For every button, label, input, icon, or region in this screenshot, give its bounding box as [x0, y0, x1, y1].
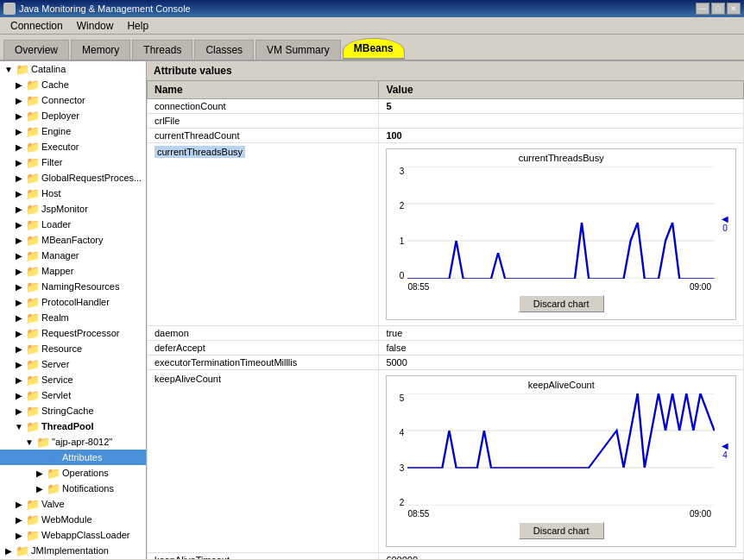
tree-threadpool[interactable]: ▼ 📁 ThreadPool: [0, 418, 146, 434]
tree-deployer[interactable]: ▶ 📁 Deployer: [0, 108, 146, 123]
item-icon: ⬡: [47, 450, 60, 464]
attr-name-chart2: keepAliveCount: [148, 370, 379, 553]
main-content: ▼ 📁 Catalina ▶ 📁 Cache ▶ 📁 Connector ▶ 📁…: [0, 61, 744, 559]
attr-name: executorTerminationTimeoutMilllis: [148, 356, 379, 370]
folder-icon: 📁: [26, 419, 40, 433]
folder-icon: 📁: [26, 373, 40, 387]
tree-globalrequest[interactable]: ▶ 📁 GlobalRequestProces...: [0, 170, 146, 186]
tree-panel[interactable]: ▼ 📁 Catalina ▶ 📁 Cache ▶ 📁 Connector ▶ 📁…: [0, 61, 147, 559]
table-row: crlFile: [148, 114, 744, 129]
window-controls: — □ ✕: [696, 3, 741, 15]
discard-chart1-button[interactable]: Discard chart: [519, 295, 604, 312]
attr-value: 100: [379, 129, 744, 143]
tab-vm-summary[interactable]: VM Summary: [255, 40, 341, 60]
menu-bar: Connection Window Help: [0, 17, 744, 35]
tree-jmimplementation[interactable]: ▶ 📁 JMImplementation: [0, 543, 146, 558]
table-row-chart1: currentThreadsBusy currentThreadsBusy 32…: [148, 143, 744, 326]
attr-name: connectionCount: [148, 99, 379, 114]
tree-operations[interactable]: ▶ 📁 Operations: [0, 465, 146, 481]
tree-resource[interactable]: ▶ 📁 Resource: [0, 341, 146, 356]
tree-stringcache[interactable]: ▶ 📁 StringCache: [0, 403, 146, 418]
attr-value: 600000: [379, 553, 744, 560]
attr-value: [379, 114, 744, 129]
tree-mbeanfactory[interactable]: ▶ 📁 MBeanFactory: [0, 232, 146, 248]
folder-icon: 📁: [36, 435, 50, 449]
attr-name: crlFile: [148, 114, 379, 129]
table-row: deferAccept false: [148, 341, 744, 356]
folder-icon: 📁: [26, 357, 40, 371]
menu-connection[interactable]: Connection: [3, 18, 70, 34]
folder-icon: 📁: [16, 62, 29, 76]
minimize-button[interactable]: —: [696, 3, 709, 15]
tree-mapper[interactable]: ▶ 📁 Mapper: [0, 263, 146, 279]
title-bar: Java Monitoring & Management Console — □…: [0, 0, 744, 17]
tab-overview[interactable]: Overview: [3, 40, 69, 60]
folder-icon: 📁: [26, 326, 40, 340]
tree-catalina[interactable]: ▼ 📁 Catalina: [0, 61, 146, 77]
attr-value: true: [379, 326, 744, 341]
attr-name-chart1: currentThreadsBusy: [148, 143, 379, 326]
attr-value: 5000: [379, 356, 744, 370]
tree-engine[interactable]: ▶ 📁 Engine: [0, 123, 146, 139]
tree-server[interactable]: ▶ 📁 Server: [0, 356, 146, 372]
tree-namingresources[interactable]: ▶ 📁 NamingResources: [0, 279, 146, 294]
tree-protocolhandler[interactable]: ▶ 📁 ProtocolHandler: [0, 294, 146, 310]
chart2-right-label: ◀ 4: [715, 393, 732, 507]
menu-help[interactable]: Help: [120, 18, 155, 34]
tree-filter[interactable]: ▶ 📁 Filter: [0, 154, 146, 170]
close-button[interactable]: ✕: [727, 3, 741, 15]
tree-service[interactable]: ▶ 📁 Service: [0, 372, 146, 387]
tree-connector[interactable]: ▶ 📁 Connector: [0, 92, 146, 108]
tab-threads[interactable]: Threads: [132, 40, 192, 60]
folder-icon: 📁: [26, 186, 40, 200]
discard-chart2-button[interactable]: Discard chart: [519, 522, 604, 539]
maximize-button[interactable]: □: [711, 3, 725, 15]
chart1-area: 3210: [390, 167, 732, 280]
folder-icon: 📁: [26, 513, 40, 526]
folder-icon: 📁: [26, 155, 40, 169]
chart2-xaxis: 08:55 09:00: [390, 509, 732, 519]
tree-users[interactable]: ▶ 📁 Users: [0, 558, 146, 559]
folder-icon: 📁: [26, 342, 40, 356]
attr-header: Attribute values: [147, 61, 744, 80]
col-value: Value: [379, 81, 744, 99]
folder-icon: 📁: [26, 311, 40, 324]
attr-value: 5: [379, 99, 744, 114]
tree-webmodule[interactable]: ▶ 📁 WebModule: [0, 512, 146, 527]
tree-notifications[interactable]: ▶ 📁 Notifications: [0, 481, 146, 496]
chart1-title: currentThreadsBusy: [390, 153, 732, 163]
folder-icon: 📁: [26, 497, 40, 511]
folder-icon: 📁: [47, 466, 60, 480]
table-row-chart2: keepAliveCount keepAliveCount 5432: [148, 370, 744, 553]
chart1-right-label: ◀ 0: [715, 167, 732, 280]
tree-realm[interactable]: ▶ 📁 Realm: [0, 310, 146, 325]
chart1-svg: [407, 167, 715, 280]
tree-valve[interactable]: ▶ 📁 Valve: [0, 496, 146, 512]
tree-loader[interactable]: ▶ 📁 Loader: [0, 217, 146, 232]
chart1-container: currentThreadsBusy 3210: [379, 143, 744, 326]
attr-name: currentThreadCount: [148, 129, 379, 143]
folder-icon: 📁: [26, 404, 40, 418]
tree-cache[interactable]: ▶ 📁 Cache: [0, 77, 146, 92]
tree-ajp[interactable]: ▼ 📁 "ajp-apr-8012": [0, 434, 146, 450]
tree-manager[interactable]: ▶ 📁 Manager: [0, 248, 146, 263]
folder-icon: 📁: [26, 202, 40, 216]
tree-jspmonitor[interactable]: ▶ 📁 JspMonitor: [0, 201, 146, 217]
chart1-xaxis: 08:55 09:00: [390, 282, 732, 292]
folder-icon: 📁: [26, 78, 40, 91]
tree-requestprocessor[interactable]: ▶ 📁 RequestProcessor: [0, 325, 146, 341]
chart2-svg: [407, 393, 715, 507]
chart2-area: 5432: [390, 393, 732, 507]
tab-mbeans[interactable]: MBeans: [343, 38, 405, 60]
tree-executor[interactable]: ▶ 📁 Executor: [0, 139, 146, 154]
tab-memory[interactable]: Memory: [71, 40, 130, 60]
folder-icon: 📁: [26, 217, 40, 231]
tree-servlet[interactable]: ▶ 📁 Servlet: [0, 387, 146, 403]
tree-webappclassloader[interactable]: ▶ 📁 WebappClassLoader: [0, 527, 146, 543]
tab-classes[interactable]: Classes: [194, 40, 254, 60]
menu-window[interactable]: Window: [70, 18, 121, 34]
folder-icon: 📁: [26, 388, 40, 402]
table-row: currentThreadCount 100: [148, 129, 744, 143]
tree-attributes[interactable]: ⬡ Attributes: [0, 450, 146, 465]
tree-host[interactable]: ▶ 📁 Host: [0, 186, 146, 201]
